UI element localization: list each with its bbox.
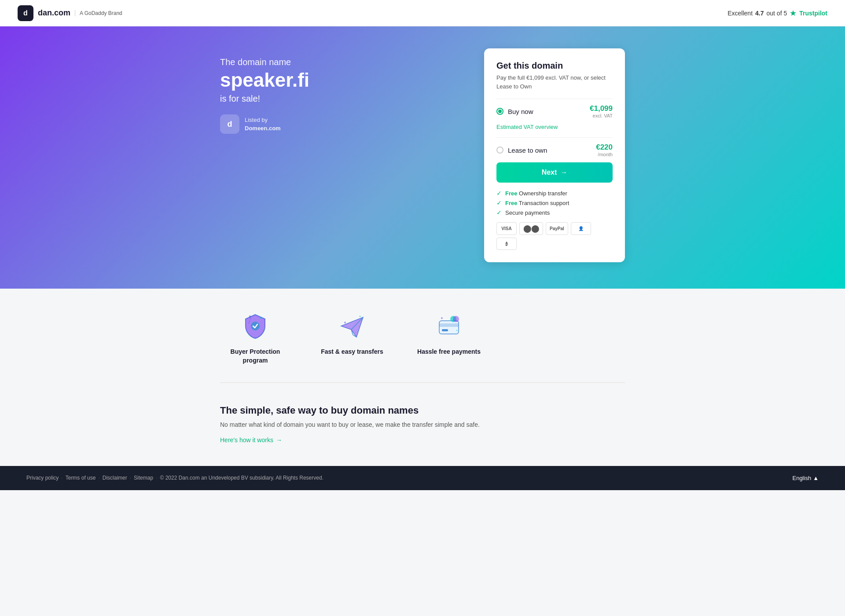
svg-point-1 <box>249 315 251 317</box>
buy-now-excl: excl. VAT <box>590 113 613 118</box>
check-icon-2: ✓ <box>496 199 502 206</box>
secure-payments-label: Secure payments <box>505 209 550 216</box>
svg-point-13 <box>441 317 443 319</box>
listed-by-label: Listed by <box>245 117 268 123</box>
card-subtitle: Pay the full €1,099 excl. VAT now, or se… <box>496 73 613 91</box>
listed-text: Listed by Domeen.com <box>245 116 281 133</box>
how-it-works-label: Here's how it works <box>220 436 273 444</box>
svg-rect-10 <box>442 329 448 331</box>
lease-price-block: €220 /month <box>596 143 613 157</box>
buy-now-left: Buy now <box>496 108 533 115</box>
trustpilot-badge: Excellent 4.7 out of 5 ★ Trustpilot <box>727 8 827 18</box>
next-arrow-icon: → <box>560 169 567 176</box>
svg-rect-9 <box>439 323 459 327</box>
trustpilot-excellent: Excellent <box>727 10 753 17</box>
svg-point-6 <box>344 322 346 323</box>
check-icon-3: ✓ <box>496 209 502 216</box>
arrow-right-icon: → <box>276 436 282 444</box>
next-label: Next <box>542 169 557 176</box>
svg-point-7 <box>360 316 361 317</box>
sitemap-link[interactable]: Sitemap <box>134 475 153 481</box>
buyer-protection-label: Buyer Protection program <box>220 348 290 365</box>
paypal-icon: PayPal <box>546 222 568 235</box>
anon-icon: 👤 <box>571 222 591 235</box>
next-button[interactable]: Next → <box>496 162 613 183</box>
bitcoin-icon: ₿ <box>496 238 517 250</box>
privacy-policy-link[interactable]: Privacy policy <box>26 475 59 481</box>
payment-icons: VISA ⬤⬤ PayPal 👤 ₿ <box>496 222 613 250</box>
listed-by-name: Domeen.com <box>245 125 281 132</box>
header-left: d dan.com A GoDaddy Brand <box>18 5 122 21</box>
mastercard-icon: ⬤⬤ <box>519 222 543 235</box>
free-label-1: Free <box>505 190 517 197</box>
main-content: Buyer Protection program Fast & easy tra… <box>202 289 643 466</box>
buy-now-radio[interactable] <box>496 108 503 115</box>
visa-icon: VISA <box>496 222 517 235</box>
terms-of-use-link[interactable]: Terms of use <box>66 475 96 481</box>
buy-now-price-block: €1,099 excl. VAT <box>590 104 613 118</box>
hassle-free-label: Hassle free payments <box>414 348 484 356</box>
domeen-logo-icon: d <box>220 114 239 134</box>
check-icon-1: ✓ <box>496 190 502 197</box>
paper-plane-icon <box>337 311 367 341</box>
shield-icon <box>240 311 271 341</box>
svg-point-12 <box>453 316 459 322</box>
lease-option[interactable]: Lease to own €220 /month <box>496 137 613 162</box>
feature-secure: ✓ Secure payments <box>496 209 613 216</box>
card-title: Get this domain <box>496 61 613 71</box>
feature-buyer-protection: Buyer Protection program <box>220 311 290 365</box>
trustpilot-out-of: out of 5 <box>767 10 787 17</box>
dan-logo-icon: d <box>18 5 33 21</box>
hero-for-sale: is for sale! <box>220 94 309 104</box>
footer-links: Privacy policy · Terms of use · Disclaim… <box>26 475 323 481</box>
lease-left: Lease to own <box>496 147 547 154</box>
info-description: No matter what kind of domain you want t… <box>220 420 625 429</box>
info-title: The simple, safe way to buy domain names <box>220 405 625 416</box>
hero-text: The domain name speaker.fi is for sale! … <box>220 53 309 134</box>
svg-point-0 <box>251 322 260 330</box>
hero-section: The domain name speaker.fi is for sale! … <box>0 26 845 289</box>
payment-card-icon <box>434 311 464 341</box>
site-name: dan.com <box>38 8 70 18</box>
hero-domain: speaker.fi <box>220 69 309 91</box>
lease-price: €220 <box>596 143 613 152</box>
footer: Privacy policy · Terms of use · Disclaim… <box>0 466 845 490</box>
feature-fast-transfers: Fast & easy transfers <box>317 311 387 365</box>
how-it-works-link[interactable]: Here's how it works → <box>220 436 282 444</box>
lease-period: /month <box>596 152 613 157</box>
lease-radio[interactable] <box>496 147 503 154</box>
trustpilot-name: Trustpilot <box>799 10 827 17</box>
trustpilot-star-icon: ★ <box>790 8 797 18</box>
trustpilot-score: 4.7 <box>755 10 764 17</box>
hero-inner: The domain name speaker.fi is for sale! … <box>202 53 643 262</box>
info-section: The simple, safe way to buy domain names… <box>220 405 625 444</box>
hero-listed-by: d Listed by Domeen.com <box>220 114 309 134</box>
vat-overview-link[interactable]: Estimated VAT overview <box>496 124 613 130</box>
free-label-2: Free <box>505 200 517 206</box>
copyright-text: © 2022 Dan.com an Undeveloped BV subsidi… <box>160 475 323 481</box>
feature-ownership: ✓ Free Ownership transfer <box>496 190 613 197</box>
svg-point-2 <box>260 318 261 319</box>
buy-now-price: €1,099 <box>590 104 613 113</box>
header: d dan.com A GoDaddy Brand Excellent 4.7 … <box>0 0 845 26</box>
svg-point-14 <box>456 330 458 331</box>
language-chevron-icon: ▲ <box>813 475 819 481</box>
svg-rect-8 <box>439 321 459 334</box>
godaddy-label: A GoDaddy Brand <box>75 10 122 16</box>
fast-transfers-label: Fast & easy transfers <box>317 348 387 356</box>
disclaimer-link[interactable]: Disclaimer <box>103 475 127 481</box>
language-selector[interactable]: English ▲ <box>792 475 819 481</box>
card-features-list: ✓ Free Ownership transfer ✓ Free Transac… <box>496 190 613 216</box>
buy-now-label: Buy now <box>508 108 533 115</box>
language-label: English <box>792 475 811 481</box>
hero-subtitle: The domain name <box>220 57 309 67</box>
buy-now-option[interactable]: Buy now €1,099 excl. VAT <box>496 99 613 124</box>
feature-hassle-free: Hassle free payments <box>414 311 484 365</box>
purchase-card: Get this domain Pay the full €1,099 excl… <box>484 48 625 262</box>
lease-label: Lease to own <box>508 147 547 154</box>
feature-transaction: ✓ Free Transaction support <box>496 199 613 206</box>
features-section: Buyer Protection program Fast & easy tra… <box>220 311 625 383</box>
